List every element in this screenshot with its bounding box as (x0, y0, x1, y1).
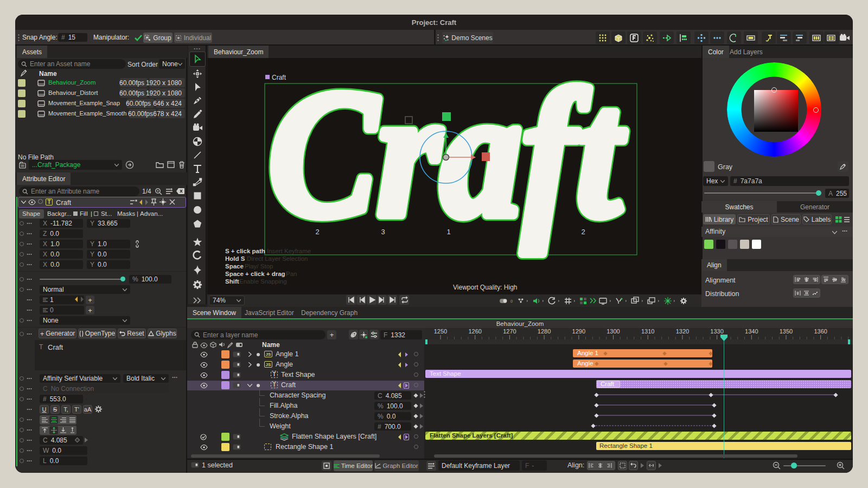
svg-text:1260: 1260 (468, 328, 481, 335)
svg-text:1270: 1270 (503, 328, 516, 335)
svg-text:3: 3 (381, 228, 385, 236)
svg-text:0: 0 (510, 299, 513, 304)
svg-text:1250: 1250 (434, 328, 447, 335)
svg-text:1310: 1310 (641, 328, 654, 335)
svg-text:Viewport Quality: High: Viewport Quality: High (453, 284, 518, 291)
svg-text:Insert Keyframe: Insert Keyframe (267, 248, 311, 254)
svg-text:Enable Snapping: Enable Snapping (239, 278, 287, 285)
svg-text:Play/ Stop: Play/ Stop (245, 263, 273, 269)
svg-text:1290: 1290 (572, 328, 585, 335)
svg-text:2: 2 (315, 228, 319, 236)
svg-text:2: 2 (581, 228, 585, 236)
svg-text:1280: 1280 (538, 328, 551, 335)
svg-text:Shift: Shift (225, 278, 239, 285)
svg-text:S + click path: S + click path (225, 248, 265, 254)
svg-text:Pan: Pan (286, 271, 297, 277)
svg-text:1320: 1320 (676, 328, 689, 335)
svg-text:Direct Layer Selection: Direct Layer Selection (247, 255, 308, 262)
svg-text:Space + click + drag: Space + click + drag (225, 271, 285, 277)
svg-text:Space: Space (225, 263, 244, 269)
svg-text:1330: 1330 (710, 328, 723, 335)
svg-text:1300: 1300 (607, 328, 620, 335)
svg-text:Hold S: Hold S (225, 255, 245, 262)
svg-text:1: 1 (446, 228, 450, 236)
svg-text:1350: 1350 (780, 328, 793, 335)
svg-text:1340: 1340 (745, 328, 758, 335)
svg-text:1360: 1360 (814, 328, 827, 335)
